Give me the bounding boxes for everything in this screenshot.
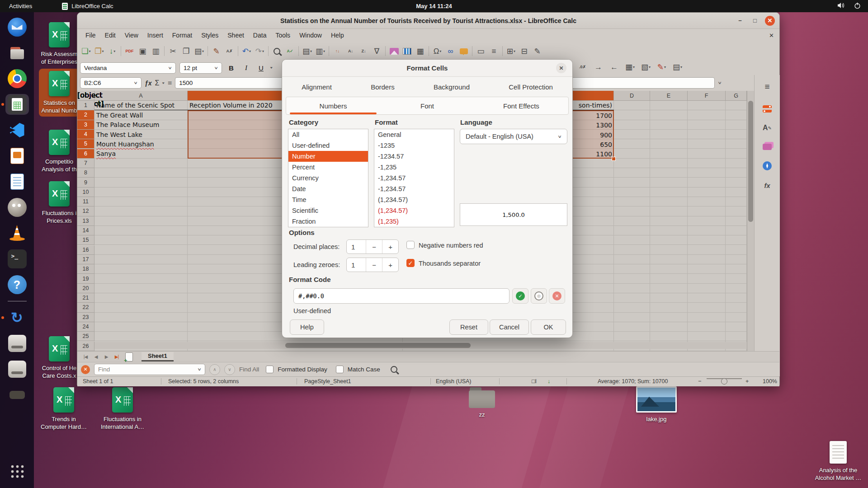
- row-header-14[interactable]: 14: [77, 226, 94, 235]
- print-icon[interactable]: ▣: [136, 45, 149, 57]
- category-item-date[interactable]: Date: [288, 183, 368, 194]
- sort-ascending-icon[interactable]: A↓: [344, 45, 357, 57]
- signature-status-icon[interactable]: ↓: [547, 378, 550, 385]
- font-size-combo[interactable]: 12 pt∨: [179, 62, 222, 74]
- italic-button[interactable]: I: [241, 64, 252, 72]
- row-header-9[interactable]: 9: [77, 178, 94, 187]
- menu-styles[interactable]: Styles: [197, 30, 223, 40]
- desktop-icon-trends-computer[interactable]: Trends inComputer Hard…: [35, 385, 92, 433]
- dock-item-help[interactable]: [5, 274, 29, 295]
- cell-A4[interactable]: The West Lake: [94, 130, 188, 139]
- column-header-F[interactable]: F: [688, 91, 726, 101]
- dock-item-libreoffice-writer[interactable]: [5, 171, 29, 192]
- edit-comment-icon[interactable]: ◎: [531, 288, 547, 304]
- formatted-display-checkbox[interactable]: [266, 366, 274, 373]
- first-sheet-icon[interactable]: |◀: [81, 354, 90, 359]
- row-header-22[interactable]: 22: [77, 303, 94, 312]
- desktop-icon-statistics-annual[interactable]: Statistics onAnnual Numb: [39, 69, 80, 117]
- help-button[interactable]: Help: [290, 319, 324, 335]
- activities-button[interactable]: Activities: [9, 3, 32, 9]
- sort-icon[interactable]: ↑↓: [331, 45, 344, 57]
- row-header-24[interactable]: 24: [77, 322, 94, 332]
- leading-plus-button[interactable]: +: [382, 258, 398, 272]
- row-header-20[interactable]: 20: [77, 284, 94, 293]
- close-findbar-icon[interactable]: ✕: [81, 365, 90, 374]
- reset-button[interactable]: Reset: [449, 319, 488, 335]
- row-header-10[interactable]: 10: [77, 188, 94, 197]
- chevron-down-icon[interactable]: ▾: [270, 66, 273, 70]
- menu-view[interactable]: View: [120, 30, 143, 40]
- next-sheet-icon[interactable]: ▶: [102, 354, 111, 359]
- column-header-D[interactable]: D: [614, 91, 650, 101]
- dialog-close-icon[interactable]: ✕: [556, 63, 566, 73]
- language-combo[interactable]: Default - English (USA)∨: [460, 129, 567, 144]
- vertical-scrollbar-thumb[interactable]: [748, 101, 753, 222]
- selection-handle[interactable]: [612, 157, 616, 161]
- menu-format[interactable]: Format: [168, 30, 197, 40]
- desktop-icon-competition-analysis[interactable]: CompetitioAnalysis of th: [39, 127, 80, 175]
- sum-icon[interactable]: Σ: [155, 79, 160, 87]
- dock-item-libreoffice-calc[interactable]: [5, 94, 29, 115]
- insert-image-icon[interactable]: [387, 45, 401, 57]
- find-and-replace-icon[interactable]: [391, 366, 397, 373]
- dialog-tab-background[interactable]: Background: [434, 83, 470, 91]
- vertical-scrollbar[interactable]: [747, 91, 755, 376]
- function-wizard-icon[interactable]: ƒx: [145, 80, 152, 87]
- expand-formula-bar-icon[interactable]: ∨: [718, 81, 722, 85]
- format-item-6[interactable]: (1,234.57): [374, 194, 454, 205]
- cut-icon[interactable]: ✂: [166, 45, 179, 57]
- dialog-titlebar[interactable]: Format Cells ✕: [282, 60, 572, 77]
- insert-mode-status[interactable]: □I: [532, 378, 537, 385]
- row-header-6[interactable]: 6: [77, 149, 94, 159]
- increase-indent-icon[interactable]: →: [592, 61, 605, 73]
- leading-minus-button[interactable]: −: [366, 258, 382, 272]
- format-item-2[interactable]: -1234.57: [374, 151, 454, 162]
- minimize-button[interactable]: −: [735, 16, 745, 26]
- autofilter-icon[interactable]: ∇: [370, 45, 383, 57]
- pivot-table-icon[interactable]: ▦: [414, 45, 427, 57]
- insert-row-icon[interactable]: ▤▾: [301, 45, 314, 57]
- ok-button[interactable]: OK: [531, 319, 566, 335]
- format-code-input[interactable]: #,##0.0: [293, 288, 509, 304]
- bold-button[interactable]: B: [226, 64, 237, 72]
- volume-icon[interactable]: [837, 2, 845, 10]
- print-preview-icon[interactable]: ▥: [149, 45, 162, 57]
- dock-item-libreoffice-impress[interactable]: [5, 145, 29, 166]
- row-header-1[interactable]: 1: [77, 101, 94, 110]
- find-previous-button[interactable]: ∧: [209, 364, 220, 375]
- category-item-currency[interactable]: Currency: [288, 173, 368, 183]
- format-item-3[interactable]: -1,235: [374, 162, 454, 173]
- zoom-in-icon[interactable]: +: [745, 378, 749, 385]
- redo-icon[interactable]: ↷▾: [253, 45, 266, 57]
- dialog-tab-numbers[interactable]: Numbers: [286, 97, 380, 114]
- dock-item-vscode[interactable]: [5, 120, 29, 141]
- menu-file[interactable]: File: [81, 30, 100, 40]
- find-input[interactable]: Find∨: [94, 364, 205, 375]
- row-header-7[interactable]: 7: [77, 159, 94, 168]
- delete-format-icon[interactable]: ✕: [549, 288, 565, 304]
- row-header-11[interactable]: 11: [77, 197, 94, 206]
- confirm-format-icon[interactable]: ✓: [512, 288, 528, 304]
- cell-A3[interactable]: The Palace Museum: [94, 120, 188, 130]
- sheet-tab-sheet1[interactable]: Sheet1: [142, 352, 174, 361]
- text-box-icon[interactable]: ▭: [474, 45, 487, 57]
- column-header-E[interactable]: E: [650, 91, 688, 101]
- format-item-1[interactable]: -1235: [374, 140, 454, 151]
- horizontal-scrollbar-thumb[interactable]: [285, 343, 471, 348]
- menu-sheet[interactable]: Sheet: [223, 30, 249, 40]
- negative-numbers-red-checkbox[interactable]: [406, 241, 415, 249]
- dialog-tab-alignment[interactable]: Alignment: [302, 83, 332, 91]
- horizontal-scrollbar[interactable]: [94, 342, 747, 349]
- category-item-all[interactable]: All: [288, 129, 368, 140]
- desktop-icon-control-health-costs[interactable]: Control of HeCare Costs.x: [39, 334, 80, 382]
- text-language-status[interactable]: English (USA): [436, 378, 472, 385]
- font-name-combo[interactable]: Verdana∨: [80, 62, 176, 74]
- menu-edit[interactable]: Edit: [100, 30, 120, 40]
- match-case-checkbox[interactable]: [336, 366, 344, 373]
- navigator-icon[interactable]: [759, 158, 775, 174]
- column-header-A[interactable]: A: [94, 91, 188, 101]
- format-item-8[interactable]: (1,235): [374, 216, 454, 227]
- category-item-fraction[interactable]: Fraction: [288, 216, 368, 227]
- split-window-icon[interactable]: ⊟: [518, 45, 531, 57]
- copy-icon[interactable]: ❐: [179, 45, 193, 57]
